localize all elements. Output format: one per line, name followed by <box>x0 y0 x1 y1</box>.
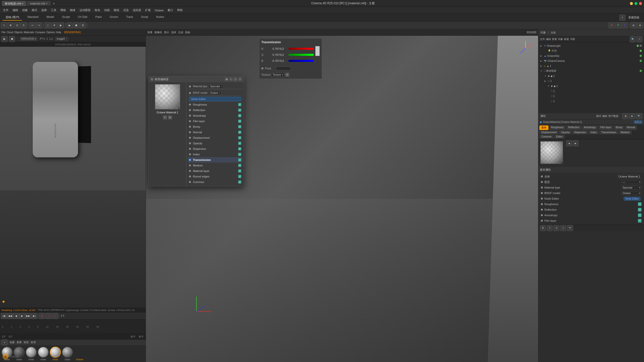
mat-tab-anisotropy[interactable]: Anisotropy <box>582 125 598 130</box>
attr-film-check[interactable]: ✓ <box>638 219 641 222</box>
toolbar-axis-z[interactable]: Z <box>622 22 628 28</box>
toolbar-redo[interactable]: ↪ <box>36 22 42 28</box>
play-next-frame[interactable]: ▶▶ <box>25 313 31 319</box>
menu-edit[interactable]: 编辑 <box>11 8 20 13</box>
title-tabs[interactable]: 移动电源.c4d × material.c4d × + <box>2 1 56 6</box>
mode-sculpt[interactable]: Sculpt <box>59 14 73 21</box>
viewport-camera[interactable]: 摄像机 <box>154 31 162 34</box>
toolbar-rotate[interactable]: ↻ <box>21 22 27 28</box>
viewport-filter[interactable]: 过滤 <box>178 31 183 34</box>
attr-name-value[interactable]: Octane Material.1 <box>617 174 641 178</box>
prop-displacement-check[interactable]: ✓ <box>238 136 241 139</box>
tree-vis-light[interactable]: ● <box>639 50 642 52</box>
toolbar-pointer[interactable]: ↖ <box>1 22 7 28</box>
mat-effects[interactable]: 纹理 <box>31 341 36 344</box>
mat-tab-displacement[interactable]: Displacement <box>539 130 559 134</box>
mode-track[interactable]: Track <box>123 14 136 21</box>
mode-paint[interactable]: Paint <box>92 14 105 21</box>
menu-window[interactable]: 窗口 <box>166 8 175 13</box>
compare-menu[interactable]: Compare <box>35 31 45 34</box>
mat-tab-roughness[interactable]: Roughness <box>549 125 566 130</box>
mode-nodes[interactable]: Nodes <box>153 14 167 21</box>
toolbar-move[interactable]: ✥ <box>8 22 14 28</box>
render-viewport[interactable]: MAUGNOW <box>0 47 146 308</box>
prop-reflection-check[interactable]: ✓ <box>238 109 241 112</box>
mat-edit-btn[interactable]: ✎ <box>163 115 167 119</box>
menu-object[interactable]: 物体 <box>68 8 77 13</box>
trans-b-slider[interactable] <box>289 60 314 62</box>
rp-tab-object[interactable]: 对象 <box>540 31 546 34</box>
mat-tab-basic[interactable]: 基本 <box>539 125 548 130</box>
mat-tab-common[interactable]: Common <box>539 135 554 139</box>
node-editor-btn[interactable]: Node Editor <box>189 97 241 101</box>
attr-film[interactable]: 模式 <box>596 114 601 118</box>
attr-layer-dropdown[interactable]: — ▾ <box>621 180 641 184</box>
mat-tab-transmission[interactable]: Transmission <box>599 130 618 134</box>
attr-btn1[interactable]: 英 <box>540 225 546 231</box>
prop-roundedges[interactable]: Round edges ✓ <box>188 174 242 179</box>
obj-search[interactable]: 🔍 <box>630 36 636 42</box>
mat-editor-min[interactable]: ─ <box>229 77 233 81</box>
toolbar-renderqueue[interactable]: ☰ <box>80 22 86 28</box>
mat-editor-titlebar[interactable]: ☰ 材质编辑器 ◀ ─ □ × <box>149 76 244 82</box>
prop-bump-check[interactable]: ✓ <box>238 125 241 128</box>
mat-thumb-3[interactable]: Octar <box>38 347 49 361</box>
mat-editor-menu-icon[interactable]: ☰ <box>151 78 153 81</box>
trans-float-input[interactable] <box>276 67 291 70</box>
mat-tab-editor[interactable]: Editor <box>554 135 565 139</box>
menu-mograph[interactable]: 运动图形 <box>77 8 93 13</box>
tree-item6[interactable]: □ 1 <box>538 99 644 104</box>
toolbar-render[interactable]: ▶ <box>67 22 73 28</box>
obj-objects[interactable]: 对象 <box>558 37 563 41</box>
trans-color-swatch[interactable] <box>315 46 320 56</box>
mat-editor-close[interactable]: × <box>238 77 242 81</box>
toolbar-undo[interactable]: ↩ <box>29 22 35 28</box>
mat-editor-back[interactable]: ◀ <box>225 77 228 81</box>
mode-model[interactable]: Model <box>44 14 57 21</box>
obj-tags[interactable]: 标签 <box>564 37 569 41</box>
viewport-select[interactable]: 选择 <box>171 31 176 34</box>
cloud-menu[interactable]: Cloud <box>7 31 13 34</box>
prop-reflection[interactable]: Reflection ✓ <box>188 107 242 113</box>
menu-octane[interactable]: Octane <box>153 8 166 13</box>
prop-filmlayer[interactable]: Film layer ✓ <box>188 118 242 124</box>
tree-lock-0[interactable]: ⊞ <box>639 44 642 47</box>
options-menu[interactable]: Options <box>46 31 55 34</box>
mat-tab-normal[interactable]: Normal <box>625 125 637 130</box>
mat-thumb-img-3[interactable] <box>38 347 49 358</box>
play-btn[interactable]: ▶ <box>19 313 25 319</box>
attr-prev-btn1[interactable]: ◀ <box>566 140 572 146</box>
prop-dispersion[interactable]: Dispersion ✓ <box>188 146 242 152</box>
toolbar-snap2[interactable]: ⊗ <box>637 22 643 28</box>
trans-g-value[interactable]: 0.787412 <box>272 53 288 56</box>
tree-octanelight[interactable]: ▶ ☀ OctaneLight ● ⊞ <box>538 43 644 48</box>
prop-displacement[interactable]: Displacement ✓ <box>188 135 242 141</box>
mat-tab-medium[interactable]: Medium <box>619 130 632 134</box>
tree-item2[interactable]: ▶ □ 1 <box>538 78 644 83</box>
menu-character[interactable]: 角色 <box>93 8 102 13</box>
mat-tab-filmlayer[interactable]: Film layer <box>598 125 613 130</box>
mat-view[interactable]: 查看 <box>17 341 22 344</box>
trans-g-slider[interactable] <box>289 54 314 56</box>
record-scale[interactable]: ○ <box>52 313 58 319</box>
attr-userdata[interactable]: 用户数据 <box>608 114 618 118</box>
render-play[interactable]: ▶ <box>2 36 8 42</box>
trans-r-slider[interactable] <box>289 48 314 50</box>
center-viewport[interactable]: X Y Z ☰ 材质编辑器 ◀ ─ □ × <box>146 36 538 362</box>
attr-brdf-dropdown[interactable]: Octane ▾ <box>621 191 641 195</box>
attr-btn5[interactable]: 📷 <box>567 225 573 231</box>
help-menu[interactable]: Help <box>56 31 61 34</box>
prop-matlayer[interactable]: Material layer ✓ <box>188 168 242 174</box>
attr-ne-btn[interactable]: Node Editor <box>624 197 640 201</box>
play-end[interactable]: ▶| <box>31 313 37 319</box>
trans-r-value[interactable]: 0.787412 <box>272 47 288 50</box>
mat-create[interactable]: 创建 <box>10 341 15 344</box>
toolbar-render2[interactable]: ⏹ <box>73 22 79 28</box>
mat-tab-dispersion[interactable]: Dispersion <box>572 130 588 134</box>
record-pos[interactable]: ○ <box>46 313 52 319</box>
mat-thumb-2[interactable]: Octar <box>26 347 37 361</box>
tree-item5[interactable]: □ 1 <box>538 94 644 99</box>
tree-vis-sky[interactable] <box>639 55 642 57</box>
play-prev[interactable]: ◀◀ <box>7 313 13 319</box>
toolbar-axis-x[interactable]: X <box>609 22 615 28</box>
